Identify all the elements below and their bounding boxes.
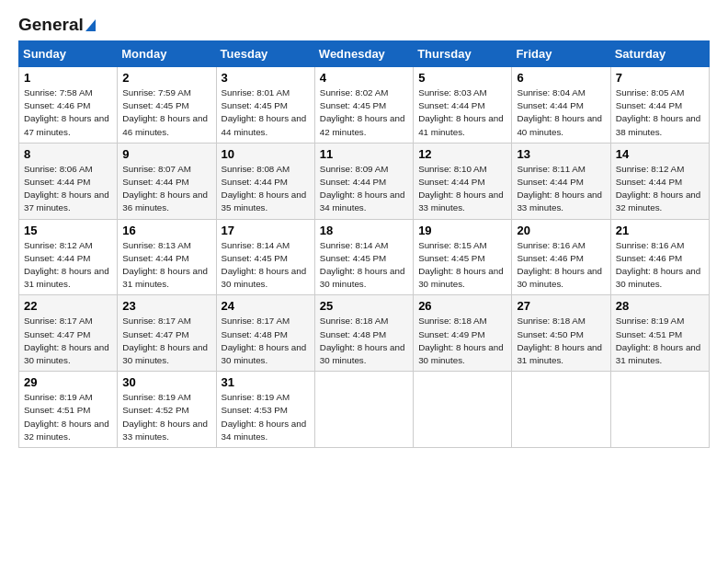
day-cell-29: 29 Sunrise: 8:19 AMSunset: 4:51 PMDaylig… xyxy=(19,372,118,448)
day-cell-14: 14 Sunrise: 8:12 AMSunset: 4:44 PMDaylig… xyxy=(610,143,709,219)
day-cell-12: 12 Sunrise: 8:10 AMSunset: 4:44 PMDaylig… xyxy=(414,143,512,219)
day-cell-11: 11 Sunrise: 8:09 AMSunset: 4:44 PMDaylig… xyxy=(314,143,413,219)
day-cell-22: 22 Sunrise: 8:17 AMSunset: 4:47 PMDaylig… xyxy=(19,295,118,372)
weekday-header-saturday: Saturday xyxy=(610,41,709,67)
day-info: Sunrise: 8:05 AMSunset: 4:44 PMDaylight:… xyxy=(616,87,701,137)
day-cell-24: 24 Sunrise: 8:17 AMSunset: 4:48 PMDaylig… xyxy=(216,295,314,372)
day-info: Sunrise: 8:18 AMSunset: 4:50 PMDaylight:… xyxy=(517,316,602,365)
day-cell-19: 19 Sunrise: 8:15 AMSunset: 4:45 PMDaylig… xyxy=(414,219,512,295)
page-header: General xyxy=(18,15,710,31)
weekday-header-sunday: Sunday xyxy=(19,41,118,67)
day-cell-8: 8 Sunrise: 8:06 AMSunset: 4:44 PMDayligh… xyxy=(19,143,118,219)
day-number: 11 xyxy=(320,147,408,161)
day-number: 20 xyxy=(517,224,605,237)
logo-general: General xyxy=(18,15,84,35)
weekday-header-wednesday: Wednesday xyxy=(314,41,413,67)
day-info: Sunrise: 8:16 AMSunset: 4:46 PMDaylight:… xyxy=(517,240,602,290)
day-number: 22 xyxy=(24,299,112,313)
day-number: 16 xyxy=(122,224,210,237)
day-info: Sunrise: 8:09 AMSunset: 4:44 PMDaylight:… xyxy=(320,164,405,213)
day-number: 7 xyxy=(616,71,704,85)
day-number: 3 xyxy=(222,71,310,85)
weekday-header-thursday: Thursday xyxy=(414,41,512,67)
day-number: 14 xyxy=(616,147,704,161)
day-info: Sunrise: 8:10 AMSunset: 4:44 PMDaylight:… xyxy=(418,164,504,213)
day-info: Sunrise: 7:59 AMSunset: 4:45 PMDaylight:… xyxy=(122,87,208,137)
empty-cell xyxy=(414,372,512,448)
day-cell-31: 31 Sunrise: 8:19 AMSunset: 4:53 PMDaylig… xyxy=(216,372,314,448)
weekday-header-monday: Monday xyxy=(118,41,216,67)
day-number: 24 xyxy=(222,299,310,313)
day-cell-1: 1 Sunrise: 7:58 AMSunset: 4:46 PMDayligh… xyxy=(19,67,118,144)
empty-cell xyxy=(512,372,610,448)
day-info: Sunrise: 8:19 AMSunset: 4:51 PMDaylight:… xyxy=(24,392,109,442)
day-number: 10 xyxy=(222,147,310,161)
day-number: 1 xyxy=(24,71,112,85)
day-info: Sunrise: 8:03 AMSunset: 4:44 PMDaylight:… xyxy=(418,87,504,137)
day-number: 5 xyxy=(418,71,506,85)
day-number: 12 xyxy=(418,147,506,161)
day-cell-20: 20 Sunrise: 8:16 AMSunset: 4:46 PMDaylig… xyxy=(512,219,610,295)
day-info: Sunrise: 8:12 AMSunset: 4:44 PMDaylight:… xyxy=(616,164,701,213)
day-cell-10: 10 Sunrise: 8:08 AMSunset: 4:44 PMDaylig… xyxy=(216,143,314,219)
day-info: Sunrise: 8:13 AMSunset: 4:44 PMDaylight:… xyxy=(122,240,208,290)
day-number: 17 xyxy=(222,224,310,237)
day-number: 13 xyxy=(517,147,605,161)
logo: General xyxy=(18,15,96,31)
day-cell-4: 4 Sunrise: 8:02 AMSunset: 4:45 PMDayligh… xyxy=(314,67,413,144)
day-number: 30 xyxy=(122,375,210,389)
day-info: Sunrise: 8:15 AMSunset: 4:45 PMDaylight:… xyxy=(418,240,504,290)
day-info: Sunrise: 8:06 AMSunset: 4:44 PMDaylight:… xyxy=(24,164,109,213)
calendar-table: SundayMondayTuesdayWednesdayThursdayFrid… xyxy=(18,40,710,448)
day-number: 18 xyxy=(320,224,408,237)
day-cell-23: 23 Sunrise: 8:17 AMSunset: 4:47 PMDaylig… xyxy=(118,295,216,372)
empty-cell xyxy=(314,372,413,448)
day-info: Sunrise: 8:17 AMSunset: 4:47 PMDaylight:… xyxy=(24,316,109,365)
day-number: 31 xyxy=(222,375,310,389)
day-cell-25: 25 Sunrise: 8:18 AMSunset: 4:48 PMDaylig… xyxy=(314,295,413,372)
day-cell-15: 15 Sunrise: 8:12 AMSunset: 4:44 PMDaylig… xyxy=(19,219,118,295)
day-info: Sunrise: 8:02 AMSunset: 4:45 PMDaylight:… xyxy=(320,87,405,137)
day-number: 4 xyxy=(320,71,408,85)
day-info: Sunrise: 7:58 AMSunset: 4:46 PMDaylight:… xyxy=(24,87,109,137)
day-number: 8 xyxy=(24,147,112,161)
day-number: 26 xyxy=(418,299,506,313)
day-number: 15 xyxy=(24,224,112,237)
day-cell-16: 16 Sunrise: 8:13 AMSunset: 4:44 PMDaylig… xyxy=(118,219,216,295)
day-info: Sunrise: 8:11 AMSunset: 4:44 PMDaylight:… xyxy=(517,164,602,213)
day-number: 25 xyxy=(320,299,408,313)
day-info: Sunrise: 8:19 AMSunset: 4:52 PMDaylight:… xyxy=(122,392,208,442)
day-info: Sunrise: 8:17 AMSunset: 4:48 PMDaylight:… xyxy=(222,316,307,365)
day-cell-28: 28 Sunrise: 8:19 AMSunset: 4:51 PMDaylig… xyxy=(610,295,709,372)
day-number: 28 xyxy=(616,299,704,313)
day-info: Sunrise: 8:14 AMSunset: 4:45 PMDaylight:… xyxy=(320,240,405,290)
day-info: Sunrise: 8:12 AMSunset: 4:44 PMDaylight:… xyxy=(24,240,109,290)
calendar-week-2: 8 Sunrise: 8:06 AMSunset: 4:44 PMDayligh… xyxy=(19,143,710,219)
weekday-header-friday: Friday xyxy=(512,41,610,67)
day-number: 27 xyxy=(517,299,605,313)
day-info: Sunrise: 8:18 AMSunset: 4:49 PMDaylight:… xyxy=(418,316,504,365)
day-info: Sunrise: 8:07 AMSunset: 4:44 PMDaylight:… xyxy=(122,164,208,213)
calendar-week-1: 1 Sunrise: 7:58 AMSunset: 4:46 PMDayligh… xyxy=(19,67,710,144)
day-cell-9: 9 Sunrise: 8:07 AMSunset: 4:44 PMDayligh… xyxy=(118,143,216,219)
day-number: 23 xyxy=(122,299,210,313)
weekday-header-tuesday: Tuesday xyxy=(216,41,314,67)
day-info: Sunrise: 8:16 AMSunset: 4:46 PMDaylight:… xyxy=(616,240,701,290)
day-info: Sunrise: 8:19 AMSunset: 4:51 PMDaylight:… xyxy=(616,316,701,365)
day-cell-18: 18 Sunrise: 8:14 AMSunset: 4:45 PMDaylig… xyxy=(314,219,413,295)
day-info: Sunrise: 8:19 AMSunset: 4:53 PMDaylight:… xyxy=(222,392,307,442)
empty-cell xyxy=(610,372,709,448)
day-number: 29 xyxy=(24,375,112,389)
calendar-week-3: 15 Sunrise: 8:12 AMSunset: 4:44 PMDaylig… xyxy=(19,219,710,295)
day-cell-30: 30 Sunrise: 8:19 AMSunset: 4:52 PMDaylig… xyxy=(118,372,216,448)
day-info: Sunrise: 8:01 AMSunset: 4:45 PMDaylight:… xyxy=(222,87,307,137)
day-cell-17: 17 Sunrise: 8:14 AMSunset: 4:45 PMDaylig… xyxy=(216,219,314,295)
day-info: Sunrise: 8:14 AMSunset: 4:45 PMDaylight:… xyxy=(222,240,307,290)
weekday-header-row: SundayMondayTuesdayWednesdayThursdayFrid… xyxy=(19,41,710,67)
day-cell-5: 5 Sunrise: 8:03 AMSunset: 4:44 PMDayligh… xyxy=(414,67,512,144)
day-number: 2 xyxy=(122,71,210,85)
day-number: 9 xyxy=(122,147,210,161)
day-cell-7: 7 Sunrise: 8:05 AMSunset: 4:44 PMDayligh… xyxy=(610,67,709,144)
calendar-week-5: 29 Sunrise: 8:19 AMSunset: 4:51 PMDaylig… xyxy=(19,372,710,448)
day-info: Sunrise: 8:17 AMSunset: 4:47 PMDaylight:… xyxy=(122,316,208,365)
